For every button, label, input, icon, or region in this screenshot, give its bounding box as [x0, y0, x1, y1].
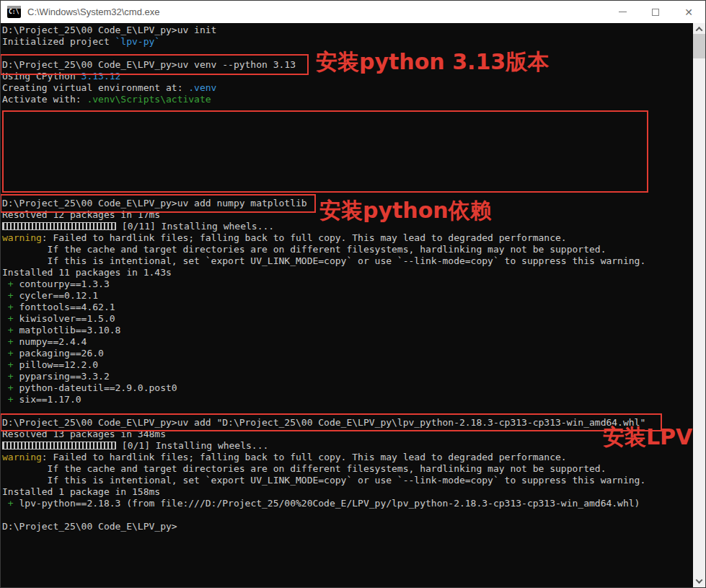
title-bar[interactable]: C:\ C:\Windows\System32\cmd.exe ✕: [1, 1, 705, 23]
terminal-line: warning: Failed to hardlink files; falli…: [2, 232, 694, 244]
console-output: D:\Project_25\00 Code_E\LPV_py>uv initIn…: [2, 25, 694, 532]
terminal-text: D:\Project_25\00 Code_E\LPV_py>uv venv -…: [2, 59, 296, 70]
terminal-text: +: [2, 382, 19, 393]
terminal-line: [2, 140, 694, 152]
terminal-text: +: [2, 348, 19, 359]
close-button[interactable]: ✕: [672, 1, 705, 23]
terminal-text: warning: [2, 232, 42, 243]
terminal-text: .venv\Scripts\activate: [87, 94, 211, 105]
terminal-text: : Failed to hardlink files; falling back…: [42, 452, 567, 462]
terminal-text: pillow==12.2.0: [19, 359, 98, 370]
terminal-text: kiwisolver==1.5.0: [19, 313, 115, 324]
terminal-line: [2, 117, 694, 128]
terminal-text: numpy==2.4.4: [19, 336, 87, 347]
terminal-line: Resolved 13 packages in 348ms: [2, 429, 694, 440]
terminal-text: +: [2, 313, 19, 324]
terminal-line: Initialized project `lpv-py`: [2, 36, 694, 48]
terminal-text: lpv-python==2.18.3 (from file:///D:/Proj…: [19, 498, 640, 509]
terminal-line: Creating virtual environment at: .venv: [2, 82, 694, 94]
terminal-text: If the cache and target directories are …: [2, 463, 606, 474]
terminal-line: [2, 163, 694, 175]
terminal-text: +: [2, 290, 19, 301]
terminal-text: Installed 11 packages in 1.43s: [2, 267, 172, 278]
terminal-text: If the cache and target directories are …: [2, 244, 606, 255]
terminal-line: [0/1] Installing wheels...: [2, 440, 694, 452]
terminal-text: +: [2, 325, 19, 335]
terminal-text: +: [2, 302, 19, 312]
terminal-text: 3.13.12: [81, 71, 121, 82]
terminal-text: +: [2, 359, 19, 370]
terminal-line: If this is intentional, set `export UV_L…: [2, 475, 694, 486]
terminal-line: [2, 48, 694, 59]
terminal-line: D:\Project_25\00 Code_E\LPV_py>uv venv -…: [2, 59, 694, 71]
terminal-line: [2, 186, 694, 198]
scroll-down-button[interactable]: [693, 575, 705, 587]
terminal-text: pyparsing==3.3.2: [19, 371, 109, 382]
close-icon: ✕: [684, 7, 693, 17]
terminal-line: [2, 128, 694, 140]
terminal-text: D:\Project_25\00 Code_E\LPV_py>uv init: [2, 25, 216, 35]
maximize-icon: [652, 9, 659, 16]
console[interactable]: D:\Project_25\00 Code_E\LPV_py>uv initIn…: [1, 23, 694, 587]
terminal-text: If this is intentional, set `export UV_L…: [2, 255, 645, 266]
cmd-icon: C:\: [7, 6, 21, 18]
terminal-text: .venv: [188, 82, 216, 93]
terminal-text: Using CPython: [2, 71, 81, 82]
terminal-line: Activate with: .venv\Scripts\activate: [2, 94, 694, 105]
terminal-text: Activate with:: [2, 94, 87, 105]
scrollbar[interactable]: [693, 23, 705, 587]
minimize-button[interactable]: [606, 1, 639, 23]
terminal-text: six==1.17.0: [19, 394, 81, 405]
terminal-text: +: [2, 394, 19, 405]
terminal-line: + fonttools==4.62.1: [2, 302, 694, 313]
terminal-line: D:\Project_25\00 Code_E\LPV_py>uv add nu…: [2, 198, 694, 209]
terminal-text: Initialized project: [2, 36, 115, 47]
chevron-up-icon: [696, 27, 703, 34]
terminal-text: Resolved 13 packages in 348ms: [2, 429, 166, 439]
terminal-text: [0/1] Installing wheels...: [116, 440, 268, 451]
terminal-text: D:\Project_25\00 Code_E\LPV_py>uv add "D…: [2, 417, 645, 428]
terminal-line: + numpy==2.4.4: [2, 336, 694, 348]
terminal-text: `lpv-py`: [115, 36, 161, 47]
terminal-line: [2, 509, 694, 521]
cmd-window: C:\ C:\Windows\System32\cmd.exe ✕ D:\Pro…: [0, 0, 706, 588]
scrollbar-thumb[interactable]: [693, 34, 705, 58]
terminal-line: If this is intentional, set `export UV_L…: [2, 255, 694, 267]
terminal-line: D:\Project_25\00 Code_E\LPV_py>uv init: [2, 25, 694, 36]
terminal-text: matplotlib==3.10.8: [19, 325, 120, 335]
terminal-line: [2, 175, 694, 186]
minimize-icon: [619, 12, 627, 12]
chevron-down-icon: [696, 576, 703, 584]
terminal-line: [2, 152, 694, 163]
window-controls: ✕: [606, 1, 705, 23]
window-title: C:\Windows\System32\cmd.exe: [27, 6, 160, 17]
terminal-text: +: [2, 336, 19, 347]
terminal-line: + contourpy==1.3.3: [2, 278, 694, 290]
terminal-line: + pyparsing==3.3.2: [2, 371, 694, 382]
terminal-line: + python-dateutil==2.9.0.post0: [2, 382, 694, 394]
terminal-line: Using CPython 3.13.12: [2, 71, 694, 82]
progress-bar: [2, 222, 116, 230]
cmd-icon-glyph: C:\: [9, 9, 19, 15]
terminal-text: Resolved 12 packages in 17ms: [2, 209, 160, 220]
terminal-text: warning: [2, 452, 42, 462]
terminal-line: + packaging==26.0: [2, 348, 694, 359]
progress-bar: [2, 442, 116, 449]
terminal-line: Installed 1 package in 158ms: [2, 486, 694, 498]
terminal-text: packaging==26.0: [19, 348, 103, 359]
terminal-text: +: [2, 278, 19, 289]
terminal-text: contourpy==1.3.3: [19, 278, 109, 289]
terminal-line: + kiwisolver==1.5.0: [2, 313, 694, 325]
terminal-text: If this is intentional, set `export UV_L…: [2, 475, 645, 486]
terminal-line: + cycler==0.12.1: [2, 290, 694, 302]
terminal-text: +: [2, 498, 19, 509]
terminal-text: python-dateutil==2.9.0.post0: [19, 382, 177, 393]
terminal-line: Resolved 12 packages in 17ms: [2, 209, 694, 221]
terminal-line: + matplotlib==3.10.8: [2, 325, 694, 336]
terminal-line: + lpv-python==2.18.3 (from file:///D:/Pr…: [2, 498, 694, 509]
terminal-text: +: [2, 371, 19, 382]
terminal-line: [2, 405, 694, 417]
maximize-button[interactable]: [639, 1, 672, 23]
terminal-text: D:\Project_25\00 Code_E\LPV_py>: [2, 521, 177, 532]
terminal-line: + pillow==12.2.0: [2, 359, 694, 371]
